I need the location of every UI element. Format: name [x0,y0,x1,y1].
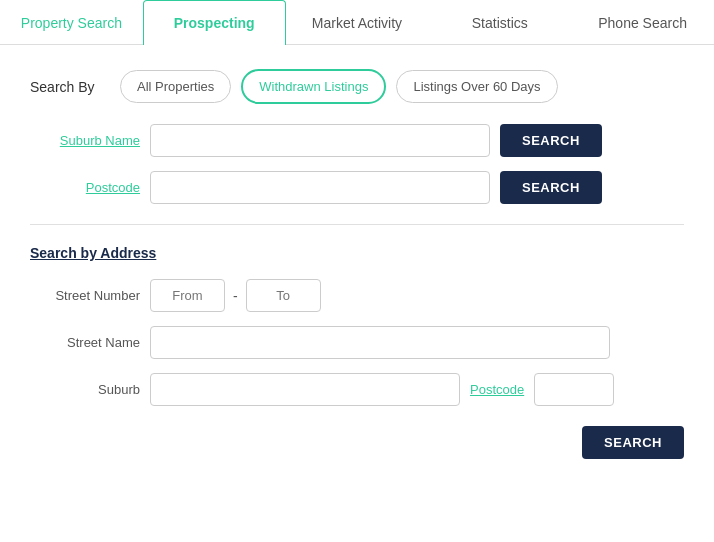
street-name-label: Street Name [30,335,140,350]
suburb-address-input[interactable] [150,373,460,406]
suburb-name-label[interactable]: Suburb Name [30,133,140,148]
street-number-label: Street Number [30,288,140,303]
tab-phone-search[interactable]: Phone Search [571,0,714,45]
postcode-input[interactable] [150,171,490,204]
section-divider [30,224,684,225]
suburb-address-label: Suburb [30,382,140,397]
address-search-button[interactable]: SEARCH [582,426,684,459]
search-by-address-title: Search by Address [30,245,684,261]
street-name-row: Street Name [30,326,684,359]
suburb-name-row: Suburb Name SEARCH [30,124,684,157]
street-number-row: Street Number - [30,279,684,312]
postcode-address-input[interactable] [534,373,614,406]
search-by-label: Search By [30,79,100,95]
filter-withdrawn-listings[interactable]: Withdrawn Listings [241,69,386,104]
postcode-address-label[interactable]: Postcode [470,382,524,397]
search-by-row: Search By All Properties Withdrawn Listi… [30,69,684,104]
street-number-from-input[interactable] [150,279,225,312]
main-content: Search By All Properties Withdrawn Listi… [0,45,714,483]
tab-market-activity[interactable]: Market Activity [286,0,429,45]
street-number-group: - [150,279,321,312]
tab-property-search[interactable]: Property Search [0,0,143,45]
postcode-search-button[interactable]: SEARCH [500,171,602,204]
tab-prospecting[interactable]: Prospecting [143,0,286,45]
bottom-search-row: SEARCH [30,426,684,459]
tab-bar: Property Search Prospecting Market Activ… [0,0,714,45]
suburb-name-input[interactable] [150,124,490,157]
postcode-row: Postcode SEARCH [30,171,684,204]
street-number-to-input[interactable] [246,279,321,312]
street-number-dash: - [233,288,238,304]
suburb-search-button[interactable]: SEARCH [500,124,602,157]
tab-statistics[interactable]: Statistics [428,0,571,45]
filter-all-properties[interactable]: All Properties [120,70,231,103]
street-name-input[interactable] [150,326,610,359]
suburb-postcode-row: Suburb Postcode [30,373,684,406]
filter-listings-over-60[interactable]: Listings Over 60 Days [396,70,557,103]
postcode-label[interactable]: Postcode [30,180,140,195]
